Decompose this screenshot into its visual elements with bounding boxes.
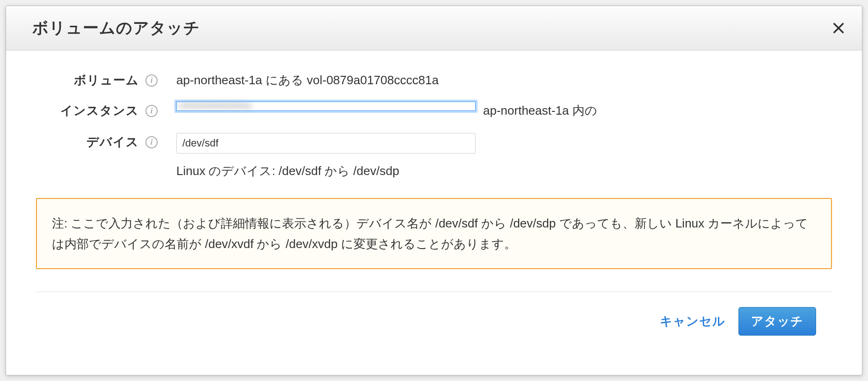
device-hint: Linux のデバイス: /dev/sdf から /dev/sdp (176, 163, 832, 179)
modal-title: ボリュームのアタッチ (32, 17, 200, 39)
cancel-button[interactable]: キャンセル (660, 313, 725, 330)
row-instance: インスタンス i i-0000000000000000a ap-northeas… (36, 102, 832, 120)
row-device: デバイス i Linux のデバイス: /dev/sdf から /dev/sdp (36, 133, 832, 179)
info-icon[interactable]: i (145, 74, 158, 87)
modal-footer: キャンセル アタッチ (36, 292, 832, 336)
attach-volume-modal: ボリュームのアタッチ ボリューム i ap-northeast-1a にある v… (6, 6, 862, 375)
close-icon (832, 22, 845, 35)
info-icon[interactable]: i (145, 136, 158, 148)
modal-header: ボリュームのアタッチ (6, 6, 862, 51)
value-volume: ap-northeast-1a にある vol-0879a01708cccc81… (176, 71, 832, 88)
info-icon[interactable]: i (145, 105, 158, 117)
note-text: 注: ここで入力された（および詳細情報に表示される）デバイス名が /dev/sd… (52, 213, 816, 254)
device-input[interactable] (176, 133, 476, 154)
attach-button[interactable]: アタッチ (738, 307, 816, 336)
label-volume: ボリューム (74, 72, 139, 88)
row-volume: ボリューム i ap-northeast-1a にある vol-0879a017… (36, 71, 832, 88)
label-instance: インスタンス (60, 103, 139, 119)
note-box: 注: ここで入力された（および詳細情報に表示される）デバイス名が /dev/sd… (36, 198, 832, 269)
modal-body: ボリューム i ap-northeast-1a にある vol-0879a017… (6, 51, 862, 375)
label-device: デバイス (87, 134, 139, 150)
instance-input[interactable]: i-0000000000000000a (176, 102, 476, 111)
instance-zone-suffix: ap-northeast-1a 内の (483, 102, 605, 120)
close-button[interactable] (830, 20, 847, 37)
